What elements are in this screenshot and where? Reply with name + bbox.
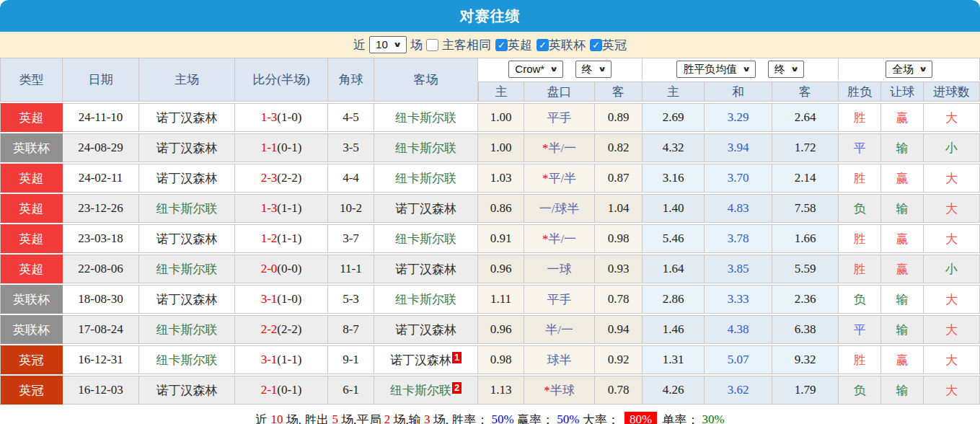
avg-draw-odds: 3.78 [705,224,772,253]
handicap-line: *半/一 [524,224,595,253]
sub-header-goals: 进球数 [924,81,980,102]
handicap-result-indicator: 输 [881,285,924,314]
avg-draw-odds: 4.38 [705,315,772,344]
corners: 9-1 [328,345,374,374]
result-indicator: 胜 [839,103,881,132]
league-type-badge: 英联杯 [0,133,63,162]
league-label-2[interactable]: 英冠 [602,37,627,53]
avg-home-odds: 4.32 [643,133,705,162]
match-date: 24-11-10 [63,103,139,132]
summary-segment: 30% [702,412,725,424]
match-date: 16-12-31 [63,345,139,374]
goals-result-indicator: 大 [924,285,980,314]
same-venue-label[interactable]: 主客相同 [442,37,491,53]
goals-result-indicator: 大 [924,315,980,344]
avg-away-odds: 1.79 [772,376,839,405]
avg-type-value: 胜平负均值 [683,62,737,76]
league-filter-group: ✓英超✓英联杯✓英冠 [491,37,627,53]
header-row-groups: 类型 日期 主场 比分(半场) 角球 客场 Crow* ∨ 终 ∨ [0,58,980,80]
chevron-down-icon: ∨ [742,62,751,76]
summary-segment: 50% [557,412,579,424]
avg-away-odds: 5.59 [772,255,839,283]
avg-type-select[interactable]: 胜平负均值 ∨ [676,61,756,78]
chevron-down-icon: ∨ [393,37,402,52]
league-type-badge: 英超 [0,103,63,132]
league-label-1[interactable]: 英联杯 [549,37,586,53]
odds-time-select[interactable]: 终 ∨ [575,61,612,78]
odds-company-select[interactable]: Crow* ∨ [508,61,563,78]
handicap-result-indicator: 赢 [881,164,924,193]
summary-segment: 大率： [579,412,622,424]
sub-header-avg-away: 客 [772,81,839,102]
avg-draw-odds: 3.94 [705,133,772,162]
corners: 4-5 [328,103,374,132]
col-header-date: 日期 [63,58,139,102]
score: 2-3(2-2) [235,164,328,193]
goals-result-indicator: 大 [924,345,980,374]
chevron-down-icon: ∨ [919,62,927,76]
near-label: 近 [353,37,366,53]
league-type-badge: 英联杯 [0,315,63,344]
score: 2-0(0-0) [235,255,328,283]
avg-time-select[interactable]: 终 ∨ [768,61,804,78]
home-team: 诺丁汉森林 [139,224,235,253]
avg-draw-odds: 3.62 [705,376,772,405]
league-type-badge: 英联杯 [0,285,63,314]
league-checkbox-0[interactable]: ✓ [495,39,508,51]
handicap-result-indicator: 赢 [881,224,924,253]
match-date: 24-02-11 [63,164,139,193]
col-header-away: 客场 [374,58,478,102]
handicap-line: *半/一 [524,133,595,162]
league-checkbox-1[interactable]: ✓ [537,39,549,51]
home-team: 诺丁汉森林 [139,376,235,405]
league-checkbox-2[interactable]: ✓ [590,39,602,51]
league-label-0[interactable]: 英超 [508,37,532,53]
panel-title: 对赛往绩 [460,6,521,26]
table-row: 英冠16-12-03诺丁汉森林2-1(0-1)6-1纽卡斯尔联21.13*半球0… [0,376,980,405]
away-odds: 0.89 [595,103,643,132]
match-date: 18-08-30 [63,285,139,314]
league-type-badge: 英超 [0,255,63,283]
handicap-line: 平手 [524,103,595,132]
score: 2-2(2-2) [235,315,328,344]
handicap-result-indicator: 赢 [881,345,924,374]
home-team: 诺丁汉森林 [139,285,235,314]
score: 1-3(1-0) [235,103,328,132]
panel-title-bar: 对赛往绩 [0,0,980,32]
match-date: 24-08-29 [63,133,139,162]
col-header-home: 主场 [139,58,235,102]
avg-home-odds: 2.86 [643,285,705,314]
home-team: 纽卡斯尔联 [139,194,235,223]
away-team: 诺丁汉森林 [374,194,478,223]
avg-away-odds: 2.14 [772,164,839,193]
match-date: 16-12-03 [63,376,139,405]
chevron-down-icon: ∨ [549,62,558,76]
away-team: 诺丁汉森林 [374,315,478,344]
league-type-badge: 英超 [0,194,63,223]
score: 1-3(1-1) [235,194,328,223]
home-odds: 0.91 [478,224,524,253]
avg-away-odds: 2.64 [772,103,839,132]
away-team: 纽卡斯尔联 [374,133,478,162]
same-venue-checkbox[interactable] [426,39,438,51]
handicap-result-indicator: 输 [881,194,924,223]
handicap-result-indicator: 输 [881,376,924,405]
avg-draw-odds: 5.07 [705,345,772,374]
scope-select[interactable]: 全场 ∨ [886,61,932,78]
summary-segment: 场, 胜率： [431,412,492,424]
match-count-select[interactable]: 10 ∨ [369,36,407,53]
match-date: 23-03-18 [63,224,139,253]
goals-result-indicator: 大 [924,224,980,253]
result-indicator: 负 [839,194,881,223]
table-row: 英超23-12-26纽卡斯尔联1-3(1-1)10-2诺丁汉森林0.86一/球半… [0,194,980,223]
avg-home-odds: 4.26 [643,376,705,405]
away-team: 诺丁汉森林 [374,255,478,283]
corners: 6-1 [328,376,374,405]
handicap-line: 一/球半 [524,194,595,223]
league-type-badge: 英冠 [0,376,63,405]
match-date: 17-08-24 [63,315,139,344]
corners: 10-2 [328,194,374,223]
sub-header-odds-away: 客 [595,81,643,102]
summary-segment: 3 [424,412,431,424]
handicap-result-indicator: 赢 [881,255,924,283]
